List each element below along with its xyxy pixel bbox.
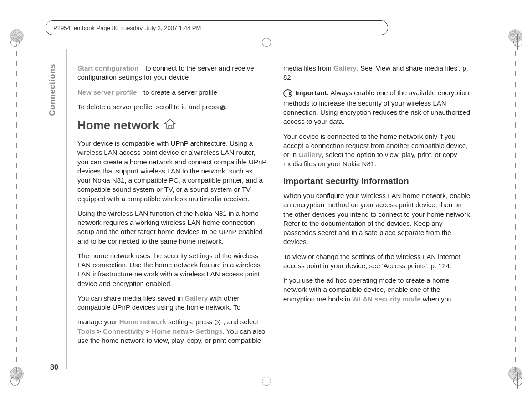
header-text: P2954_en.book Page 80 Tuesday, July 3, 2… <box>53 25 201 31</box>
paragraph: Start configuration—to connect to the se… <box>77 64 267 82</box>
heading-text: Home network <box>77 117 159 133</box>
text: > <box>95 327 103 335</box>
text: To delete a server profile, scroll to it… <box>77 103 220 111</box>
menu-key-icon <box>214 318 221 327</box>
paragraph: New server profile—to create a server pr… <box>77 88 267 97</box>
ui-term: Gallery <box>298 151 322 158</box>
clear-key-icon: ⎚ <box>220 103 225 112</box>
svg-point-1 <box>219 320 220 321</box>
page-number: 80 <box>50 363 58 372</box>
svg-point-0 <box>215 320 217 321</box>
paragraph: Using the wireless LAN function of the N… <box>77 209 267 246</box>
ui-term: Gallery <box>184 294 208 302</box>
important-note: Important: Always enable one of the avai… <box>283 88 473 127</box>
paragraph: The home network uses the security setti… <box>77 251 267 288</box>
heading-security-info: Important security information <box>283 175 473 187</box>
ui-term: Start configuration <box>77 64 138 72</box>
text: when you <box>421 295 452 303</box>
svg-point-4 <box>284 90 292 97</box>
svg-point-2 <box>215 323 217 325</box>
ui-term: Settings <box>196 327 223 335</box>
text: > <box>190 327 196 335</box>
ui-term: Connectivity <box>103 327 144 335</box>
text: > <box>144 327 152 335</box>
ui-term: Home network <box>119 318 166 326</box>
paragraph: You can share media files saved in Galle… <box>77 294 267 312</box>
important-icon <box>283 88 292 99</box>
home-network-icon <box>164 117 176 133</box>
text: You can share media files saved in <box>77 294 184 302</box>
paragraph: Your device is connected to the home net… <box>283 132 473 169</box>
ui-term: Tools <box>77 327 95 335</box>
text: , and select <box>221 318 258 326</box>
ui-term: Gallery <box>333 64 357 72</box>
paragraph: If you use the ad hoc operating mode to … <box>283 276 473 304</box>
paragraph: To delete a server profile, scroll to it… <box>77 102 267 112</box>
paragraph: To view or change the settings of the wi… <box>283 252 473 271</box>
section-tab: Connections <box>48 64 57 116</box>
important-label: Important: <box>295 89 329 97</box>
text: . <box>225 103 226 111</box>
ui-term: WLAN security mode <box>352 295 421 303</box>
paragraph: When you configure your wireless LAN hom… <box>283 191 473 247</box>
ui-term: Home netw. <box>152 327 190 335</box>
body-columns: Start configuration—to connect to the se… <box>77 64 473 358</box>
framemaker-header: P2954_en.book Page 80 Tuesday, July 3, 2… <box>46 20 388 35</box>
paragraph: Your device is compatible with UPnP arch… <box>77 139 267 204</box>
side-rule <box>66 49 67 369</box>
heading-home-network: Home network <box>77 117 267 133</box>
ui-term: New server profile <box>77 88 137 96</box>
text: —to create a server profile <box>137 88 217 96</box>
svg-point-3 <box>219 323 220 325</box>
text: manage your <box>77 318 119 326</box>
text: settings, press <box>166 318 214 326</box>
